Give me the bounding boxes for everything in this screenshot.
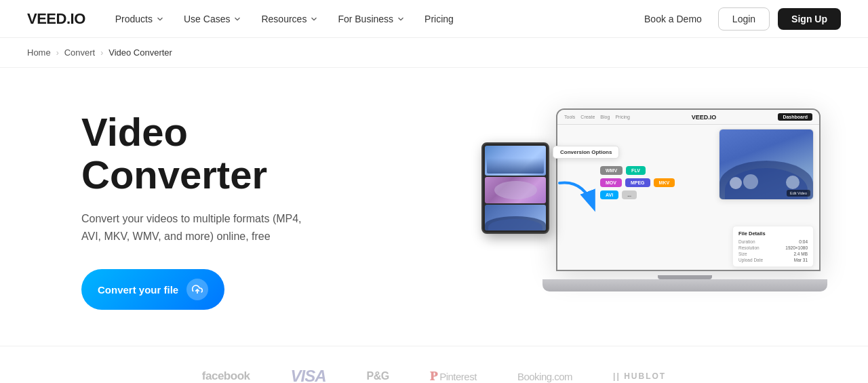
brand-pg: P&G bbox=[367, 370, 389, 382]
screen-video-preview: Edit Video bbox=[719, 129, 814, 200]
breadcrumb-convert[interactable]: Convert bbox=[64, 47, 96, 58]
upload-icon bbox=[186, 279, 208, 300]
breadcrumb: Home › Convert › Video Converter bbox=[0, 38, 868, 68]
conversion-options-label: Conversion Options bbox=[553, 146, 619, 159]
chevron-down-icon bbox=[155, 14, 165, 24]
nav-item-use-cases[interactable]: Use Cases bbox=[176, 9, 250, 28]
nav-links: Products Use Cases Resources For Busines… bbox=[107, 9, 462, 28]
brands-section: facebook VISA P&G 𝐏 Pinterest Booking.co… bbox=[0, 346, 868, 383]
brand-booking: Booking.com bbox=[517, 371, 572, 382]
signup-button[interactable]: Sign Up bbox=[778, 8, 841, 30]
brand-facebook: facebook bbox=[202, 369, 250, 383]
nav-item-pricing[interactable]: Pricing bbox=[416, 9, 462, 28]
hero-left: Video Converter Convert your videos to m… bbox=[81, 110, 312, 310]
convert-button[interactable]: Convert your file bbox=[81, 269, 224, 310]
brand-visa: VISA bbox=[290, 367, 326, 383]
film-strip bbox=[481, 142, 549, 234]
nav-left: VEED.IO Products Use Cases Resources For… bbox=[27, 9, 462, 28]
nav-right: Book a Demo Login Sign Up bbox=[636, 7, 841, 31]
chevron-down-icon bbox=[233, 14, 242, 24]
laptop-notch bbox=[658, 275, 712, 279]
screen-logo: VEED.IO bbox=[692, 114, 717, 121]
format-mkv[interactable]: MKV bbox=[654, 178, 675, 187]
chevron-down-icon bbox=[309, 14, 319, 24]
format-avi[interactable]: AVI bbox=[600, 190, 618, 199]
format-mpeg[interactable]: MPEG bbox=[625, 178, 650, 187]
format-flv[interactable]: FLV bbox=[626, 166, 646, 175]
format-more[interactable]: ... bbox=[622, 190, 637, 199]
format-mov[interactable]: MOV bbox=[600, 178, 622, 187]
laptop-base bbox=[542, 279, 827, 291]
breadcrumb-home[interactable]: Home bbox=[27, 47, 51, 58]
chevron-down-icon bbox=[396, 14, 406, 24]
hero-illustration: Conversion Options WMV FLV MOV MPEG MKV … bbox=[475, 108, 814, 312]
file-details-panel: File Details Duration0:04 Resolution1920… bbox=[732, 226, 814, 267]
navbar: VEED.IO Products Use Cases Resources For… bbox=[0, 0, 868, 38]
login-button[interactable]: Login bbox=[718, 7, 770, 31]
book-demo-button[interactable]: Book a Demo bbox=[636, 9, 710, 28]
breadcrumb-sep-1: › bbox=[56, 48, 59, 58]
format-badges: WMV FLV MOV MPEG MKV AVI ... bbox=[600, 166, 675, 199]
screen-video-edit-btn: Edit Video bbox=[787, 190, 810, 197]
hero-description: Convert your videos to multiple formats … bbox=[81, 210, 312, 245]
brand-pinterest: 𝐏 Pinterest bbox=[430, 369, 477, 384]
logo[interactable]: VEED.IO bbox=[27, 10, 85, 28]
brand-hublot: || HUBLOT bbox=[613, 371, 666, 381]
hero-title: Video Converter bbox=[81, 110, 312, 197]
breadcrumb-current: Video Converter bbox=[108, 47, 172, 58]
nav-item-resources[interactable]: Resources bbox=[253, 9, 327, 28]
hero-section: Video Converter Convert your videos to m… bbox=[0, 68, 868, 339]
screen-topbar: Tools Create Blog Pricing VEED.IO Dashbo… bbox=[557, 110, 819, 125]
conversion-arrow bbox=[556, 173, 604, 220]
breadcrumb-sep-2: › bbox=[100, 48, 103, 58]
format-wmv[interactable]: WMV bbox=[600, 166, 623, 175]
nav-item-for-business[interactable]: For Business bbox=[330, 9, 414, 28]
nav-item-products[interactable]: Products bbox=[107, 9, 173, 28]
